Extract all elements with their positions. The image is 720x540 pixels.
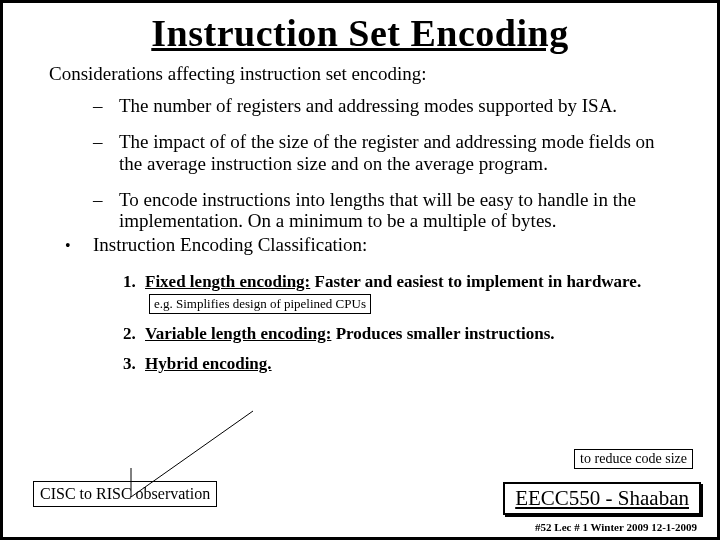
encoding-desc: Produces smaller instructions. <box>331 324 554 343</box>
annotation-fixed: e.g. Simplifies design of pipelined CPUs <box>149 294 371 314</box>
list-item-text: The number of registers and addressing m… <box>119 95 617 117</box>
list-item: 3. Hybrid encoding. <box>123 354 677 374</box>
encoding-name: Fixed length encoding: <box>145 272 310 291</box>
classification-label: Instruction Encoding Classification: <box>93 234 367 258</box>
list-item: – To encode instructions into lengths th… <box>93 189 681 233</box>
course-box: EECC550 - Shaaban <box>503 482 701 515</box>
dash-icon: – <box>93 131 119 175</box>
list-item: 2. Variable length encoding: Produces sm… <box>123 324 677 344</box>
number-marker: 2. <box>123 324 145 344</box>
intro-text: Considerations affecting instruction set… <box>49 63 717 85</box>
list-item: – The number of registers and addressing… <box>93 95 681 117</box>
classification-heading: • Instruction Encoding Classification: <box>65 234 681 258</box>
dash-icon: – <box>93 189 119 233</box>
list-item: – The impact of of the size of the regis… <box>93 131 681 175</box>
list-item: 1. Fixed length encoding: Faster and eas… <box>123 272 677 313</box>
slide-title: Instruction Set Encoding <box>3 11 717 55</box>
bullet-icon: • <box>65 234 93 258</box>
list-item-text: The impact of of the size of the registe… <box>119 131 681 175</box>
encoding-types-list: 1. Fixed length encoding: Faster and eas… <box>123 272 677 374</box>
number-marker: 1. <box>123 272 145 313</box>
list-item-text: To encode instructions into lengths that… <box>119 189 681 233</box>
cisc-risc-box: CISC to RISC observation <box>33 481 217 507</box>
encoding-name: Variable length encoding: <box>145 324 331 343</box>
considerations-list: – The number of registers and addressing… <box>93 95 681 232</box>
encoding-desc: Faster and easiest to implement in hardw… <box>310 272 641 291</box>
list-item-text: Hybrid encoding. <box>145 354 272 374</box>
dash-icon: – <box>93 95 119 117</box>
list-item-text: Variable length encoding: Produces small… <box>145 324 555 344</box>
footer-info: #52 Lec # 1 Winter 2009 12-1-2009 <box>535 521 697 533</box>
number-marker: 3. <box>123 354 145 374</box>
encoding-name: Hybrid encoding. <box>145 354 272 373</box>
list-item-text: Fixed length encoding: Faster and easies… <box>145 272 677 313</box>
annotation-reduce-size: to reduce code size <box>574 449 693 469</box>
